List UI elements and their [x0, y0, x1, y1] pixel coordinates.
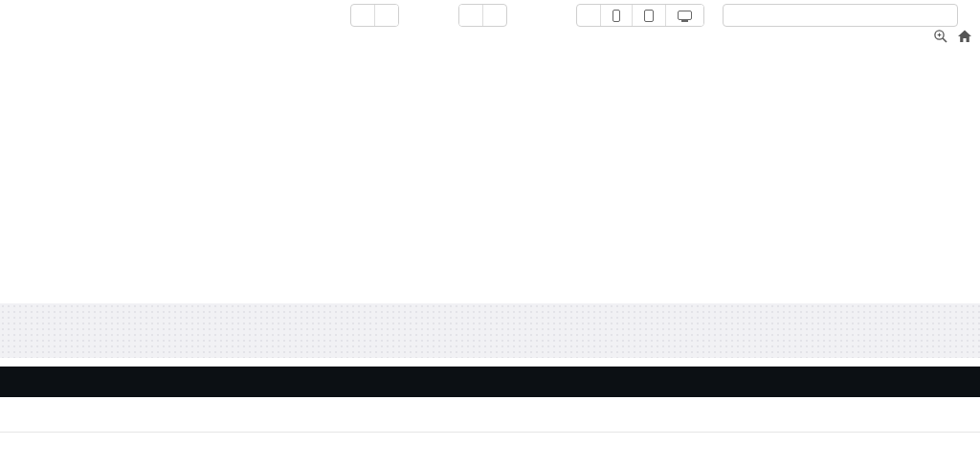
stacked-area-chart[interactable] — [0, 54, 980, 270]
totals-table-header — [0, 367, 980, 397]
desktop-icon — [678, 11, 692, 20]
earnings-button[interactable] — [482, 5, 506, 26]
chart-tools — [932, 28, 972, 44]
mobile-icon — [612, 10, 620, 22]
monthly-button[interactable] — [374, 5, 398, 26]
x-axis-labels — [0, 271, 980, 286]
device-filter — [576, 4, 704, 27]
earnings-dashboard — [0, 0, 980, 467]
tablet-filter-button[interactable] — [632, 5, 665, 26]
home-icon[interactable] — [956, 28, 972, 44]
daily-button[interactable] — [351, 5, 374, 26]
period-toggle — [350, 4, 399, 27]
table-row-average — [0, 397, 980, 433]
toolbar — [0, 4, 980, 27]
tablet-icon — [644, 10, 654, 22]
date-range-picker[interactable] — [723, 4, 958, 27]
desktop-filter-button[interactable] — [665, 5, 703, 26]
epmv-button[interactable] — [459, 5, 482, 26]
mobile-filter-button[interactable] — [600, 5, 632, 26]
table-row-total — [0, 434, 980, 467]
totals-section — [0, 303, 980, 358]
zoom-in-icon[interactable] — [932, 28, 948, 44]
metric-toggle — [458, 4, 507, 27]
all-devices-button[interactable] — [577, 5, 600, 26]
